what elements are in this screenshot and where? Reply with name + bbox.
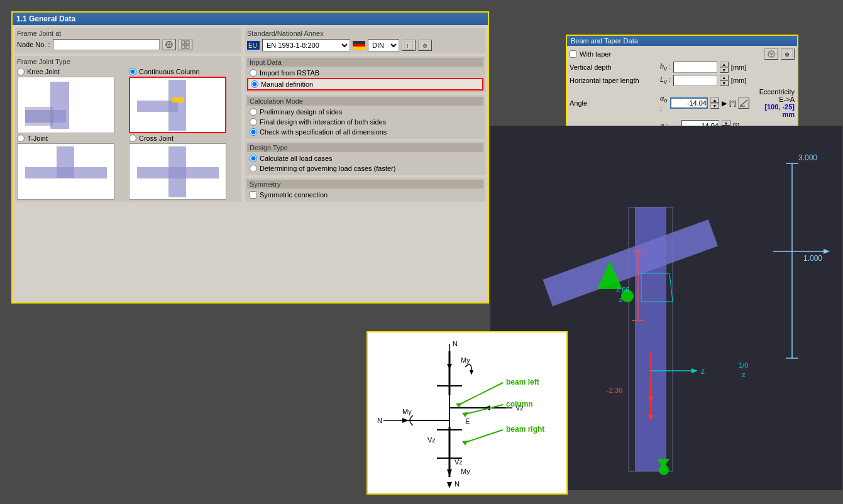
taper-icon-btn2[interactable]: ⚙ [781, 48, 795, 60]
svg-rect-10 [353, 44, 365, 47]
alpha0-spin-up[interactable]: ▲ [710, 97, 719, 103]
alpha0-arrow: ▶ [722, 99, 727, 107]
design-type-section: Design Type Calculate all load cases Det… [245, 141, 485, 175]
symmetric-row: Symmetric connection [247, 190, 483, 200]
horizontal-taper-spin-down[interactable]: ▼ [720, 80, 729, 86]
svg-rect-6 [186, 45, 189, 48]
vertical-depth-label: Vertical depth [570, 63, 658, 71]
svg-text:beam right: beam right [506, 425, 544, 434]
svg-text:column: column [506, 400, 533, 408]
svg-text:3.000: 3.000 [798, 153, 817, 162]
svg-text:beam left: beam left [506, 378, 539, 386]
cross-joint-image [129, 143, 226, 200]
svg-text:-2.36: -2.36 [607, 386, 622, 394]
continuous-column-image [129, 77, 226, 133]
svg-text:?: ? [769, 52, 773, 58]
vertical-depth-input[interactable] [673, 62, 717, 73]
lv-symbol: Lv : [660, 75, 671, 85]
svg-text:z: z [742, 371, 746, 378]
node-grid-button[interactable] [179, 39, 192, 50]
svg-rect-25 [137, 167, 219, 178]
preliminary-label: Preliminary design of sides [260, 108, 342, 116]
beam-taper-panel: Beam and Taper Data With taper ? ⚙ Verti… [566, 35, 798, 138]
hv-symbol: hv : [660, 62, 671, 72]
svg-rect-3 [182, 41, 185, 44]
manual-definition-radio[interactable] [251, 80, 258, 88]
svg-text:N: N [455, 480, 460, 488]
final-radio[interactable] [250, 118, 257, 126]
standard-select[interactable]: EN 1993-1-8:200 [262, 39, 350, 52]
eu-flag-icon: EU [247, 41, 260, 50]
alpha0-unit: [°] [729, 99, 736, 107]
svg-rect-21 [172, 97, 184, 102]
svg-rect-23 [25, 167, 107, 178]
preliminary-radio[interactable] [250, 108, 257, 116]
taper-icon-btn1[interactable]: ? [764, 48, 778, 60]
t-joint-radio[interactable] [17, 134, 25, 142]
horizontal-taper-input[interactable] [673, 75, 717, 86]
svg-text:Vz: Vz [455, 458, 463, 466]
governing-row: Determining of governing load cases (fas… [247, 163, 483, 173]
knee-joint-radio[interactable] [17, 68, 25, 75]
svg-text:⚙: ⚙ [785, 52, 790, 58]
manual-definition-label: Manual definition [261, 80, 313, 88]
alpha0-spin-down[interactable]: ▼ [710, 103, 719, 109]
governing-label: Determining of governing load cases (fas… [260, 165, 395, 172]
final-row: Final design with interaction of both si… [247, 117, 483, 127]
angle-pick-btn[interactable] [738, 97, 749, 109]
t-joint-option: T-Joint [17, 134, 128, 200]
vertical-depth-spin-down[interactable]: ▼ [720, 67, 729, 73]
beam-taper-title: Beam and Taper Data [567, 36, 797, 46]
symmetric-checkbox[interactable] [250, 191, 257, 199]
panel-title-text: 1.1 General Data [16, 14, 75, 23]
alpha-spin-up[interactable]: ▲ [722, 120, 730, 126]
import-rstab-label: Import from RSTAB [260, 69, 319, 77]
main-panel: 1.1 General Data Frame Joint at Node No.… [11, 11, 489, 304]
import-rstab-radio[interactable] [250, 69, 257, 77]
standard-section: Standard/National Annex EU EN 1993-1-8:2… [245, 28, 485, 53]
svg-text:2.66: 2.66 [616, 286, 629, 293]
continuous-column-radio[interactable] [129, 68, 136, 75]
with-taper-label: With taper [580, 50, 611, 58]
symmetric-label: Symmetric connection [260, 191, 328, 199]
node-input[interactable] [53, 39, 160, 50]
design-type-title: Design Type [247, 143, 483, 152]
horizontal-taper-spin-up[interactable]: ▲ [720, 75, 729, 80]
din-flag-icon [353, 41, 365, 50]
svg-rect-12 [404, 41, 413, 50]
svg-rect-9 [353, 41, 365, 44]
right-sections: Input Data Import from RSTAB Manual defi… [245, 56, 485, 202]
alpha0-input[interactable] [670, 97, 708, 109]
check-radio[interactable] [250, 128, 257, 136]
with-taper-checkbox[interactable] [570, 50, 577, 58]
knee-joint-image [17, 77, 114, 133]
continuous-column-label: Continuous Column [139, 68, 200, 75]
standard-info-button[interactable]: i [402, 40, 416, 51]
cross-joint-label: Cross Joint [139, 134, 174, 142]
svg-text:My: My [461, 356, 470, 364]
svg-text:1/0: 1/0 [739, 361, 748, 369]
frame-joint-at-label: Frame Joint at [17, 30, 240, 37]
horizontal-taper-label: Horizontal taper length [570, 77, 658, 84]
cross-joint-radio[interactable] [129, 134, 136, 142]
svg-text:z: z [701, 367, 705, 376]
standard-settings-button[interactable]: ⚙ [418, 40, 432, 51]
svg-point-64 [659, 465, 669, 475]
cross-joint-option: Cross Joint [129, 134, 240, 200]
all-load-label: Calculate all load cases [260, 155, 333, 162]
symmetry-section: Symmetry Symmetric connection [245, 178, 485, 202]
all-load-row: Calculate all load cases [247, 153, 483, 163]
national-select[interactable]: DIN [368, 39, 399, 52]
svg-text:z: z [619, 295, 623, 303]
diagram-svg: N My Vz My N Vz E Vz My [368, 332, 566, 493]
knee-joint-label: Knee Joint [27, 68, 60, 75]
svg-rect-11 [353, 47, 365, 50]
node-pick-button[interactable] [162, 39, 176, 50]
governing-radio[interactable] [250, 165, 257, 172]
node-no-label: Node No. : [17, 41, 50, 48]
frame-joint-at-section: Frame Joint at Node No. : [15, 28, 241, 53]
vertical-depth-spin-up[interactable]: ▲ [720, 62, 729, 67]
svg-text:EU: EU [248, 42, 257, 49]
all-load-radio[interactable] [250, 155, 257, 162]
calc-mode-title: Calculation Mode [247, 97, 483, 106]
